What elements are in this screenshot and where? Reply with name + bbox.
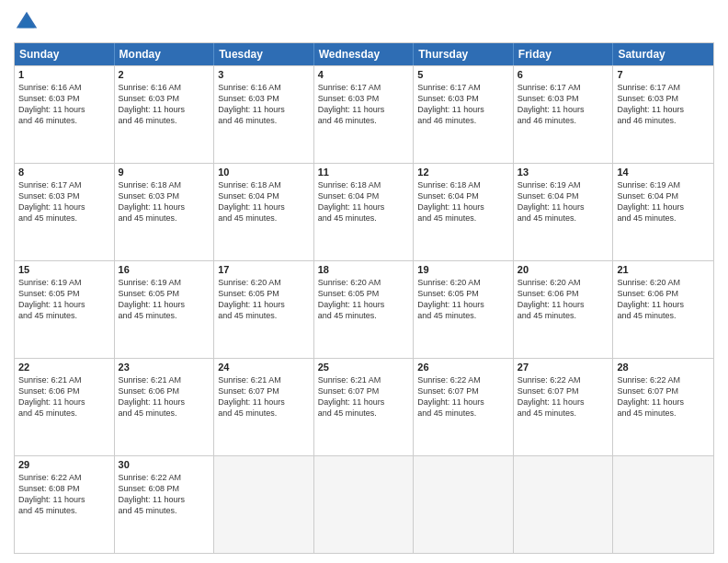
cal-cell-day-17: 17Sunrise: 6:20 AM Sunset: 6:05 PM Dayli…: [214, 261, 314, 358]
cell-info: Sunrise: 6:19 AM Sunset: 6:05 PM Dayligh…: [119, 277, 210, 322]
cal-cell-empty: [613, 456, 713, 553]
cell-info: Sunrise: 6:19 AM Sunset: 6:05 PM Dayligh…: [18, 277, 110, 322]
cell-info: Sunrise: 6:22 AM Sunset: 6:07 PM Dayligh…: [417, 374, 509, 419]
cal-week-1: 1Sunrise: 6:16 AM Sunset: 6:03 PM Daylig…: [15, 65, 713, 163]
cal-cell-day-21: 21Sunrise: 6:20 AM Sunset: 6:06 PM Dayli…: [613, 261, 713, 358]
cell-info: Sunrise: 6:20 AM Sunset: 6:06 PM Dayligh…: [518, 277, 609, 322]
cal-cell-day-1: 1Sunrise: 6:16 AM Sunset: 6:03 PM Daylig…: [15, 66, 115, 163]
cell-info: Sunrise: 6:17 AM Sunset: 6:03 PM Dayligh…: [18, 179, 110, 224]
day-number: 23: [119, 362, 210, 373]
day-number: 24: [218, 362, 310, 373]
cal-cell-day-8: 8Sunrise: 6:17 AM Sunset: 6:03 PM Daylig…: [15, 164, 115, 260]
cal-cell-day-25: 25Sunrise: 6:21 AM Sunset: 6:07 PM Dayli…: [314, 359, 415, 455]
day-number: 18: [318, 264, 410, 275]
day-number: 9: [119, 167, 210, 178]
day-number: 14: [617, 167, 710, 178]
day-number: 27: [518, 362, 609, 373]
cal-cell-day-2: 2Sunrise: 6:16 AM Sunset: 6:03 PM Daylig…: [115, 66, 215, 163]
cal-cell-day-10: 10Sunrise: 6:18 AM Sunset: 6:04 PM Dayli…: [214, 164, 314, 260]
cell-info: Sunrise: 6:20 AM Sunset: 6:05 PM Dayligh…: [318, 277, 410, 322]
calendar-header: SundayMondayTuesdayWednesdayThursdayFrid…: [15, 43, 713, 65]
cal-header-wednesday: Wednesday: [314, 43, 415, 65]
logo-icon: [14, 9, 40, 35]
cell-info: Sunrise: 6:16 AM Sunset: 6:03 PM Dayligh…: [18, 82, 110, 127]
day-number: 17: [218, 264, 310, 275]
cell-info: Sunrise: 6:20 AM Sunset: 6:06 PM Dayligh…: [617, 277, 710, 322]
cal-header-thursday: Thursday: [414, 43, 514, 65]
cell-info: Sunrise: 6:21 AM Sunset: 6:07 PM Dayligh…: [318, 374, 410, 419]
day-number: 6: [518, 69, 609, 80]
logo: [14, 9, 41, 35]
day-number: 15: [18, 264, 110, 275]
cell-info: Sunrise: 6:20 AM Sunset: 6:05 PM Dayligh…: [417, 277, 509, 322]
page: SundayMondayTuesdayWednesdayThursdayFrid…: [0, 0, 728, 563]
cal-cell-day-6: 6Sunrise: 6:17 AM Sunset: 6:03 PM Daylig…: [514, 66, 614, 163]
cal-cell-day-11: 11Sunrise: 6:18 AM Sunset: 6:04 PM Dayli…: [314, 164, 415, 260]
day-number: 12: [417, 167, 509, 178]
cell-info: Sunrise: 6:22 AM Sunset: 6:08 PM Dayligh…: [119, 472, 210, 517]
day-number: 11: [318, 167, 410, 178]
cal-cell-day-16: 16Sunrise: 6:19 AM Sunset: 6:05 PM Dayli…: [115, 261, 215, 358]
cal-cell-empty: [414, 456, 514, 553]
day-number: 30: [119, 459, 210, 470]
cal-cell-day-14: 14Sunrise: 6:19 AM Sunset: 6:04 PM Dayli…: [613, 164, 713, 260]
cell-info: Sunrise: 6:19 AM Sunset: 6:04 PM Dayligh…: [617, 179, 710, 224]
cal-cell-day-3: 3Sunrise: 6:16 AM Sunset: 6:03 PM Daylig…: [214, 66, 314, 163]
day-number: 19: [417, 264, 509, 275]
day-number: 21: [617, 264, 710, 275]
cal-cell-day-13: 13Sunrise: 6:19 AM Sunset: 6:04 PM Dayli…: [514, 164, 614, 260]
cal-cell-empty: [314, 456, 415, 553]
cell-info: Sunrise: 6:21 AM Sunset: 6:06 PM Dayligh…: [18, 374, 110, 419]
day-number: 8: [18, 167, 110, 178]
cal-cell-day-22: 22Sunrise: 6:21 AM Sunset: 6:06 PM Dayli…: [15, 359, 115, 455]
cal-cell-day-23: 23Sunrise: 6:21 AM Sunset: 6:06 PM Dayli…: [115, 359, 215, 455]
cell-info: Sunrise: 6:18 AM Sunset: 6:04 PM Dayligh…: [417, 179, 509, 224]
cal-cell-day-30: 30Sunrise: 6:22 AM Sunset: 6:08 PM Dayli…: [115, 456, 215, 553]
cell-info: Sunrise: 6:17 AM Sunset: 6:03 PM Dayligh…: [318, 82, 410, 127]
day-number: 28: [617, 362, 710, 373]
cell-info: Sunrise: 6:17 AM Sunset: 6:03 PM Dayligh…: [617, 82, 710, 127]
cal-cell-empty: [214, 456, 314, 553]
cal-cell-day-28: 28Sunrise: 6:22 AM Sunset: 6:07 PM Dayli…: [613, 359, 713, 455]
cal-cell-day-19: 19Sunrise: 6:20 AM Sunset: 6:05 PM Dayli…: [414, 261, 514, 358]
day-number: 4: [318, 69, 410, 80]
day-number: 22: [18, 362, 110, 373]
cell-info: Sunrise: 6:17 AM Sunset: 6:03 PM Dayligh…: [518, 82, 609, 127]
cell-info: Sunrise: 6:22 AM Sunset: 6:08 PM Dayligh…: [18, 472, 110, 517]
day-number: 3: [218, 69, 310, 80]
day-number: 10: [218, 167, 310, 178]
cell-info: Sunrise: 6:16 AM Sunset: 6:03 PM Dayligh…: [218, 82, 310, 127]
cell-info: Sunrise: 6:22 AM Sunset: 6:07 PM Dayligh…: [617, 374, 710, 419]
cell-info: Sunrise: 6:22 AM Sunset: 6:07 PM Dayligh…: [518, 374, 609, 419]
header: [14, 9, 714, 35]
cell-info: Sunrise: 6:16 AM Sunset: 6:03 PM Dayligh…: [119, 82, 210, 127]
cal-week-4: 22Sunrise: 6:21 AM Sunset: 6:06 PM Dayli…: [15, 358, 713, 455]
cell-info: Sunrise: 6:21 AM Sunset: 6:06 PM Dayligh…: [119, 374, 210, 419]
day-number: 16: [119, 264, 210, 275]
cal-week-3: 15Sunrise: 6:19 AM Sunset: 6:05 PM Dayli…: [15, 260, 713, 358]
cal-cell-day-12: 12Sunrise: 6:18 AM Sunset: 6:04 PM Dayli…: [414, 164, 514, 260]
cal-header-friday: Friday: [514, 43, 614, 65]
day-number: 25: [318, 362, 410, 373]
cell-info: Sunrise: 6:19 AM Sunset: 6:04 PM Dayligh…: [518, 179, 609, 224]
cell-info: Sunrise: 6:18 AM Sunset: 6:04 PM Dayligh…: [218, 179, 310, 224]
cal-cell-day-26: 26Sunrise: 6:22 AM Sunset: 6:07 PM Dayli…: [414, 359, 514, 455]
cal-cell-day-18: 18Sunrise: 6:20 AM Sunset: 6:05 PM Dayli…: [314, 261, 415, 358]
cal-cell-day-5: 5Sunrise: 6:17 AM Sunset: 6:03 PM Daylig…: [414, 66, 514, 163]
cal-week-5: 29Sunrise: 6:22 AM Sunset: 6:08 PM Dayli…: [15, 455, 713, 553]
cal-cell-empty: [514, 456, 614, 553]
day-number: 13: [518, 167, 609, 178]
calendar-body: 1Sunrise: 6:16 AM Sunset: 6:03 PM Daylig…: [15, 65, 713, 553]
cell-info: Sunrise: 6:17 AM Sunset: 6:03 PM Dayligh…: [417, 82, 509, 127]
calendar: SundayMondayTuesdayWednesdayThursdayFrid…: [14, 42, 714, 554]
cal-cell-day-27: 27Sunrise: 6:22 AM Sunset: 6:07 PM Dayli…: [514, 359, 614, 455]
cal-cell-day-4: 4Sunrise: 6:17 AM Sunset: 6:03 PM Daylig…: [314, 66, 415, 163]
cal-cell-day-9: 9Sunrise: 6:18 AM Sunset: 6:03 PM Daylig…: [115, 164, 215, 260]
cal-header-tuesday: Tuesday: [214, 43, 314, 65]
cell-info: Sunrise: 6:20 AM Sunset: 6:05 PM Dayligh…: [218, 277, 310, 322]
day-number: 20: [518, 264, 609, 275]
cal-cell-day-15: 15Sunrise: 6:19 AM Sunset: 6:05 PM Dayli…: [15, 261, 115, 358]
cell-info: Sunrise: 6:21 AM Sunset: 6:07 PM Dayligh…: [218, 374, 310, 419]
day-number: 5: [417, 69, 509, 80]
day-number: 7: [617, 69, 710, 80]
